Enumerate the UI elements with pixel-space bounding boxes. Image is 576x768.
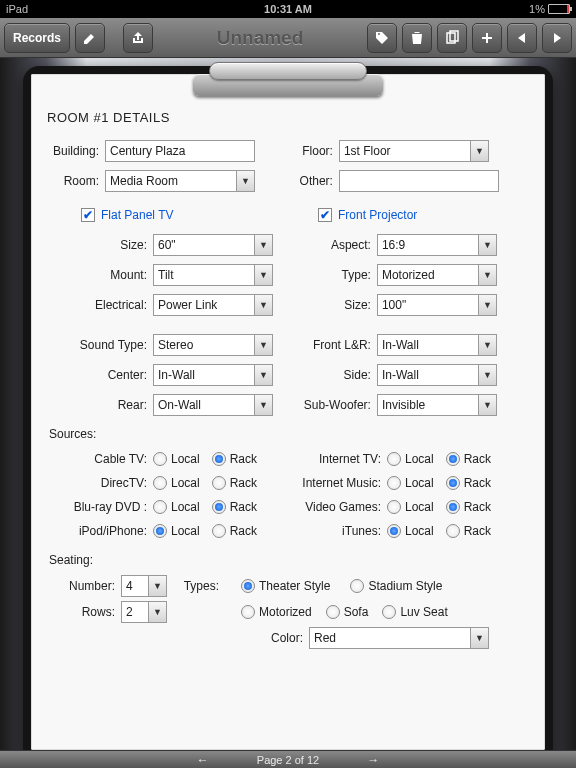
triangle-right-icon [549, 30, 565, 46]
label-seat-color: Color: [265, 631, 309, 645]
label-flat-panel: Flat Panel TV [101, 208, 173, 222]
radio-label: Local [171, 500, 200, 514]
chevron-down-icon: ▼ [470, 141, 488, 161]
label-sources: Sources: [49, 427, 529, 441]
radio-l2-rack[interactable] [212, 500, 226, 514]
label-pj-aspect: Aspect: [291, 238, 377, 252]
select-fp-mount[interactable]: Tilt▼ [153, 264, 273, 286]
select-sound-type[interactable]: Stereo▼ [153, 334, 273, 356]
select-seat-number[interactable]: 4▼ [121, 575, 167, 597]
label-front-lr: Front L&R: [291, 338, 377, 352]
radio-r1-rack[interactable] [446, 476, 460, 490]
radio-l1-rack[interactable] [212, 476, 226, 490]
trash-button[interactable] [402, 23, 432, 53]
pager-prev[interactable]: ← [197, 753, 209, 767]
radio-l2-local[interactable] [153, 500, 167, 514]
select-rear[interactable]: On-Wall▼ [153, 394, 273, 416]
label-center: Center: [47, 368, 153, 382]
label-seat-number: Number: [47, 579, 121, 593]
radio-r3-local[interactable] [387, 524, 401, 538]
radio-label: Theater Style [259, 579, 330, 593]
radio-label: Rack [230, 476, 257, 490]
radio-r2-local[interactable] [387, 500, 401, 514]
radio-seat-feature[interactable] [241, 605, 255, 619]
label-seating: Seating: [49, 553, 529, 567]
tag-icon [374, 30, 390, 46]
radio-r3-rack[interactable] [446, 524, 460, 538]
chevron-down-icon: ▼ [254, 265, 272, 285]
source-label: Cable TV: [47, 452, 153, 466]
radio-label: Rack [464, 452, 491, 466]
battery-icon [548, 4, 570, 14]
checkbox-flat-panel[interactable] [81, 208, 95, 222]
chevron-down-icon: ▼ [254, 395, 272, 415]
source-label: Internet Music: [295, 476, 387, 490]
radio-r1-local[interactable] [387, 476, 401, 490]
radio-seat-type[interactable] [241, 579, 255, 593]
prev-button[interactable] [507, 23, 537, 53]
status-bar: iPad 10:31 AM 1% [0, 0, 576, 18]
tag-button[interactable] [367, 23, 397, 53]
radio-label: Local [171, 452, 200, 466]
clipboard-clip [193, 62, 383, 102]
plus-icon [479, 30, 495, 46]
radio-l3-rack[interactable] [212, 524, 226, 538]
radio-label: Rack [230, 452, 257, 466]
select-pj-aspect[interactable]: 16:9▼ [377, 234, 497, 256]
label-room: Room: [47, 174, 105, 188]
radio-l1-local[interactable] [153, 476, 167, 490]
chevron-down-icon: ▼ [254, 335, 272, 355]
copy-button[interactable] [437, 23, 467, 53]
select-seat-color[interactable]: Red▼ [309, 627, 489, 649]
pager-next[interactable]: → [367, 753, 379, 767]
source-row: Cable TV:LocalRackInternet TV:LocalRack [47, 447, 529, 471]
label-fp-size: Size: [47, 238, 153, 252]
select-pj-type[interactable]: Motorized▼ [377, 264, 497, 286]
select-front-lr[interactable]: In-Wall▼ [377, 334, 497, 356]
radio-label: Local [405, 476, 434, 490]
radio-l3-local[interactable] [153, 524, 167, 538]
radio-seat-feature[interactable] [382, 605, 396, 619]
radio-label: Sofa [344, 605, 369, 619]
pager-text: Page 2 of 12 [257, 754, 319, 766]
chevron-down-icon: ▼ [478, 235, 496, 255]
radio-label: Local [171, 524, 200, 538]
radio-label: Rack [464, 476, 491, 490]
share-button[interactable] [123, 23, 153, 53]
select-fp-size[interactable]: 60"▼ [153, 234, 273, 256]
input-building[interactable]: Century Plaza [105, 140, 255, 162]
select-floor[interactable]: 1st Floor▼ [339, 140, 489, 162]
radio-l0-rack[interactable] [212, 452, 226, 466]
chevron-down-icon: ▼ [254, 235, 272, 255]
select-side[interactable]: In-Wall▼ [377, 364, 497, 386]
next-button[interactable] [542, 23, 572, 53]
select-seat-rows[interactable]: 2▼ [121, 601, 167, 623]
select-sub[interactable]: Invisible▼ [377, 394, 497, 416]
label-sub: Sub-Woofer: [291, 398, 377, 412]
chevron-down-icon: ▼ [148, 602, 166, 622]
select-fp-elec[interactable]: Power Link▼ [153, 294, 273, 316]
stage: ROOM #1 DETAILS Building: Century Plaza … [0, 58, 576, 768]
radio-label: Local [171, 476, 200, 490]
radio-r0-rack[interactable] [446, 452, 460, 466]
radio-l0-local[interactable] [153, 452, 167, 466]
input-other[interactable] [339, 170, 499, 192]
checkbox-front-projector[interactable] [318, 208, 332, 222]
add-button[interactable] [472, 23, 502, 53]
device-name: iPad [6, 3, 28, 15]
select-room[interactable]: Media Room▼ [105, 170, 255, 192]
pager: ← Page 2 of 12 → [0, 750, 576, 768]
radio-r2-rack[interactable] [446, 500, 460, 514]
select-pj-size[interactable]: 100"▼ [377, 294, 497, 316]
radio-label: Stadium Style [368, 579, 442, 593]
radio-seat-feature[interactable] [326, 605, 340, 619]
radio-seat-type[interactable] [350, 579, 364, 593]
label-building: Building: [47, 144, 105, 158]
select-center[interactable]: In-Wall▼ [153, 364, 273, 386]
radio-r0-local[interactable] [387, 452, 401, 466]
records-button[interactable]: Records [4, 23, 70, 53]
chevron-down-icon: ▼ [478, 295, 496, 315]
edit-button[interactable] [75, 23, 105, 53]
label-fp-mount: Mount: [47, 268, 153, 282]
label-sound-type: Sound Type: [47, 338, 153, 352]
